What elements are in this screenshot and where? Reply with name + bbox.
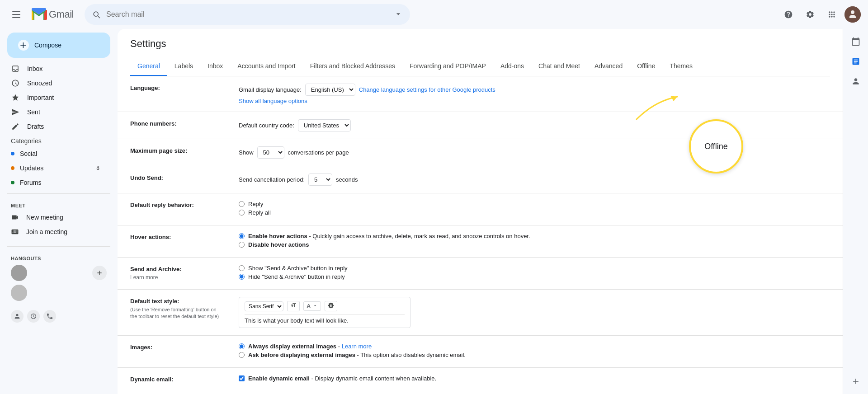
- sidebar-sent-label: Sent: [27, 108, 40, 116]
- hangout-add-button[interactable]: [92, 266, 107, 280]
- tab-advanced[interactable]: Advanced: [587, 57, 630, 76]
- show-all-languages-link[interactable]: Show all language options: [239, 98, 307, 104]
- font-size-button[interactable]: [287, 301, 300, 311]
- defaultreply-control: Reply Reply all: [239, 201, 830, 218]
- compose-label: Compose: [34, 42, 61, 49]
- sidebar-item-drafts[interactable]: Drafts: [0, 119, 110, 134]
- sidebar-divider: [7, 193, 110, 194]
- hangouts-phone-icon[interactable]: [43, 310, 56, 323]
- text-color-button[interactable]: A: [303, 301, 321, 311]
- search-chevron-icon[interactable]: [394, 9, 403, 20]
- tab-labels[interactable]: Labels: [167, 57, 200, 76]
- enable-hover-radio[interactable]: [239, 233, 245, 239]
- disable-hover-label: Disable hover actions: [248, 241, 309, 248]
- settings-button[interactable]: [801, 5, 819, 23]
- tab-filters[interactable]: Filters and Blocked Addresses: [303, 57, 402, 76]
- reply-radio[interactable]: [239, 201, 245, 207]
- sidebar-inbox-label: Inbox: [27, 65, 42, 72]
- ask-display-radio-row[interactable]: Ask before displaying external images - …: [239, 352, 830, 358]
- always-display-radio[interactable]: [239, 343, 245, 349]
- dynamic-checkbox[interactable]: [239, 375, 245, 381]
- tab-addons[interactable]: Add-ons: [493, 57, 531, 76]
- calendar-icon-btn[interactable]: [847, 33, 865, 51]
- language-change-link[interactable]: Change language settings for other Googl…: [359, 86, 495, 93]
- sidebar-item-forums[interactable]: Forums: [0, 175, 110, 190]
- replyall-radio-row[interactable]: Reply all: [239, 209, 830, 216]
- remove-formatting-button[interactable]: [325, 301, 337, 311]
- text-style-preview: This is what your body text will look li…: [245, 317, 405, 324]
- offline-highlight: Offline: [689, 119, 743, 174]
- phone-select[interactable]: United States: [298, 119, 351, 131]
- hoveractions-label: Hover actions:: [130, 233, 239, 240]
- pagesize-label: Maximum page size:: [130, 146, 239, 154]
- apps-button[interactable]: [823, 5, 841, 23]
- dynamic-label: Enable dynamic email - Display dynamic e…: [248, 375, 436, 382]
- enable-hover-radio-row[interactable]: Enable hover actions - Quickly gain acce…: [239, 233, 830, 239]
- hangouts-status-icon[interactable]: [27, 310, 40, 323]
- disable-hover-radio-row[interactable]: Disable hover actions: [239, 241, 830, 248]
- hangout-user-1[interactable]: [0, 263, 118, 283]
- pagesize-select[interactable]: 50 25 100: [257, 146, 284, 159]
- hamburger-button[interactable]: [7, 5, 25, 23]
- sidebar-item-new-meeting[interactable]: New meeting: [0, 210, 110, 225]
- replyall-radio[interactable]: [239, 210, 245, 216]
- sidebar-divider-2: [7, 246, 110, 247]
- always-display-radio-row[interactable]: Always display external images - Learn m…: [239, 343, 830, 350]
- tab-general[interactable]: General: [130, 57, 167, 76]
- dynamic-checkbox-row[interactable]: Enable dynamic email - Display dynamic e…: [239, 375, 830, 382]
- hoveractions-control: Enable hover actions - Quickly gain acce…: [239, 233, 830, 250]
- gmail-wordmark: Gmail: [49, 9, 74, 20]
- textstyle-control: Sans Serif A: [239, 297, 830, 328]
- pagesize-suffix-text: conversations per page: [288, 149, 349, 156]
- tab-inbox[interactable]: Inbox: [200, 57, 230, 76]
- show-sendarchive-radio-row[interactable]: Show "Send & Archive" button in reply: [239, 265, 830, 272]
- sidebar-item-updates[interactable]: Updates 8: [0, 161, 110, 175]
- font-family-select[interactable]: Sans Serif: [245, 301, 283, 311]
- disable-hover-radio[interactable]: [239, 242, 245, 248]
- compose-button[interactable]: Compose: [7, 33, 110, 58]
- undosend-select[interactable]: 5 10 20 30: [308, 174, 332, 186]
- hide-sendarchive-radio-row[interactable]: Hide "Send & Archive" button in reply: [239, 273, 830, 280]
- hangout-user-2[interactable]: [0, 283, 118, 303]
- contacts-icon: [851, 77, 860, 86]
- tasks-icon-btn[interactable]: [847, 52, 865, 70]
- tab-accounts[interactable]: Accounts and Import: [230, 57, 302, 76]
- sidebar-item-sent[interactable]: Sent: [0, 105, 110, 119]
- images-learn-more[interactable]: Learn more: [342, 343, 372, 350]
- search-input[interactable]: [106, 10, 388, 19]
- sidebar-important-label: Important: [27, 94, 54, 101]
- language-select[interactable]: English (US): [305, 84, 355, 96]
- sidebar-item-social[interactable]: Social: [0, 146, 110, 161]
- help-button[interactable]: [779, 5, 797, 23]
- hide-sendarchive-radio[interactable]: [239, 274, 245, 280]
- tab-chat[interactable]: Chat and Meet: [531, 57, 587, 76]
- tab-offline[interactable]: Offline: [630, 57, 662, 76]
- always-display-label: Always display external images - Learn m…: [248, 343, 372, 350]
- sendarchive-control: Show "Send & Archive" button in reply Hi…: [239, 265, 830, 282]
- hangouts-section: Hangouts: [0, 250, 118, 306]
- meet-section-title: Meet: [0, 201, 118, 210]
- undosend-label: Undo Send:: [130, 174, 239, 181]
- text-style-toolbar: Sans Serif A: [245, 301, 405, 314]
- ask-display-radio[interactable]: [239, 352, 245, 358]
- tab-forwarding[interactable]: Forwarding and POP/IMAP: [402, 57, 493, 76]
- sidebar: Compose Inbox Snoozed Important Sent: [0, 29, 118, 394]
- defaultreply-label: Default reply behavior:: [130, 201, 239, 208]
- sidebar-item-join-meeting[interactable]: Join a meeting: [0, 225, 110, 239]
- settings-row-images: Images: Always display external images -…: [118, 336, 843, 368]
- hangout-avatar-2: [11, 285, 27, 301]
- user-avatar[interactable]: [844, 6, 861, 23]
- sendarchive-learn-more[interactable]: Learn more: [130, 274, 158, 281]
- search-bar[interactable]: [85, 4, 410, 25]
- reply-radio-row[interactable]: Reply: [239, 201, 830, 207]
- sidebar-item-important[interactable]: Important: [0, 90, 110, 105]
- hangouts-person-icon[interactable]: [11, 310, 24, 323]
- sidebar-item-snoozed[interactable]: Snoozed: [0, 76, 110, 90]
- tab-themes[interactable]: Themes: [662, 57, 700, 76]
- contacts-icon-btn[interactable]: [847, 72, 865, 90]
- settings-row-dynamicemail: Dynamic email: Enable dynamic email - Di…: [118, 368, 843, 393]
- show-sendarchive-radio[interactable]: [239, 265, 245, 271]
- svg-point-1: [844, 6, 861, 23]
- sidebar-item-inbox[interactable]: Inbox: [0, 61, 110, 76]
- add-apps-icon-btn[interactable]: [847, 372, 865, 390]
